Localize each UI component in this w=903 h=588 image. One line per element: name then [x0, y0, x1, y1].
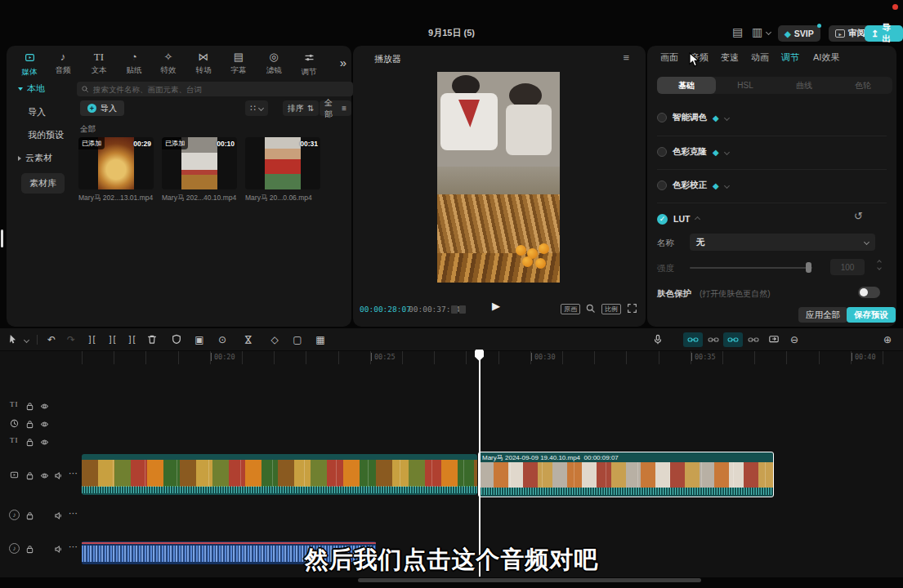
chevron-down-icon[interactable]: [724, 149, 730, 154]
more-tabs-icon[interactable]: »: [340, 56, 346, 69]
tab-effects[interactable]: ✧ 特效: [152, 51, 185, 75]
sidebar-item-my-presets[interactable]: 我的预设: [28, 129, 64, 141]
preview-zoom-icon[interactable]: [585, 303, 596, 314]
intensity-stepper[interactable]: [878, 261, 881, 270]
eye-icon[interactable]: [40, 402, 49, 411]
tab-ai-effects[interactable]: AI效果: [813, 51, 839, 64]
lut-name-select[interactable]: 无: [690, 234, 875, 251]
matting-icon[interactable]: ▦: [315, 334, 324, 345]
subtab-hsl[interactable]: HSL: [716, 77, 775, 94]
trim-right-icon[interactable]: ][: [127, 334, 136, 345]
select-tool-chevron-icon[interactable]: [24, 337, 29, 343]
tab-text[interactable]: TI 文本: [83, 51, 115, 75]
lock-icon[interactable]: [25, 420, 34, 429]
filter-all-button[interactable]: 全部 ≡: [320, 100, 351, 116]
chevron-up-icon[interactable]: [695, 216, 700, 221]
trim-left-icon[interactable]: ][: [108, 334, 116, 345]
eye-icon[interactable]: [40, 438, 49, 447]
redo-icon[interactable]: ↷: [67, 334, 75, 345]
sidebar-item-import[interactable]: 导入: [28, 106, 46, 118]
import-button[interactable]: + 导入: [80, 100, 124, 116]
chevron-down-icon[interactable]: [724, 182, 730, 188]
tab-speed[interactable]: 变速: [721, 51, 739, 64]
lock-icon[interactable]: [25, 438, 34, 447]
color-clone-toggle[interactable]: [657, 147, 667, 157]
play-button[interactable]: ▶: [492, 301, 500, 311]
subtab-color-wheel[interactable]: 色轮: [834, 77, 892, 94]
speaker-icon[interactable]: [54, 471, 63, 480]
media-item-2[interactable]: 已添加 00:10 Mary马 202...40.10.mp4: [162, 137, 237, 203]
reverse-play-icon[interactable]: ⊙: [218, 334, 226, 345]
speaker-icon[interactable]: [54, 511, 63, 520]
sidebar-item-cloud-assets[interactable]: 云素材: [18, 152, 52, 164]
zoom-out-icon[interactable]: ⊖: [790, 334, 798, 345]
lock-icon[interactable]: [25, 402, 34, 411]
reset-icon[interactable]: ↺: [854, 211, 863, 221]
sidebar-item-asset-library[interactable]: 素材库: [21, 173, 65, 194]
intensity-slider-knob[interactable]: [806, 262, 811, 273]
save-preset-button[interactable]: 保存预设: [847, 307, 896, 323]
timeline-ruler[interactable]: 00:20 00:25 00:30 00:35 00:40: [82, 351, 903, 364]
freeze-frame-icon[interactable]: [172, 334, 182, 345]
chevron-down-icon[interactable]: [724, 114, 730, 120]
smart-color-toggle[interactable]: [657, 113, 667, 122]
player-menu-icon[interactable]: ≡: [623, 52, 629, 63]
intensity-slider[interactable]: [690, 267, 812, 269]
tab-picture[interactable]: 画面: [660, 51, 678, 64]
ratio-button[interactable]: 比例: [601, 304, 621, 314]
export-button[interactable]: ↥ 导出: [865, 25, 903, 42]
horizontal-scrollbar[interactable]: [358, 578, 701, 582]
overlay-icon[interactable]: ▣: [194, 334, 203, 345]
frame-preview-icon[interactable]: [451, 305, 466, 314]
sidebar-item-local[interactable]: 本地: [18, 82, 45, 95]
tab-animation[interactable]: 动画: [751, 51, 769, 64]
tab-adjustment[interactable]: 调节: [781, 51, 799, 64]
eye-icon[interactable]: [40, 420, 49, 429]
view-mode-dropdown[interactable]: ∷: [245, 100, 268, 116]
undo-icon[interactable]: ↶: [47, 334, 56, 345]
mirror-icon[interactable]: ⋈: [243, 335, 254, 345]
media-item-1[interactable]: 已添加 00:29 Mary马 202...13.01.mp4: [78, 137, 154, 203]
delete-icon[interactable]: [147, 334, 158, 345]
main-track-magnet-toggle[interactable]: [683, 332, 703, 347]
fullscreen-icon[interactable]: [627, 303, 637, 314]
intensity-value[interactable]: 100: [830, 259, 865, 275]
subtab-curves[interactable]: 曲线: [775, 77, 834, 94]
auto-snap-toggle[interactable]: [704, 332, 723, 347]
linkage-toggle[interactable]: [723, 332, 743, 347]
cover-select-icon[interactable]: [769, 334, 780, 344]
apply-all-button[interactable]: 应用全部: [798, 307, 847, 323]
lut-checkbox[interactable]: ✓: [657, 214, 668, 225]
skin-protect-toggle[interactable]: [858, 287, 880, 298]
preview-axis-toggle[interactable]: [744, 332, 763, 347]
panel-resize-handle[interactable]: [1, 229, 3, 247]
subtab-basic[interactable]: 基础: [657, 77, 716, 94]
eye-icon[interactable]: [40, 471, 49, 480]
quality-button[interactable]: 原画: [561, 304, 580, 314]
tab-caption[interactable]: ▤ 字幕: [222, 51, 255, 75]
tab-adjust[interactable]: 调节: [293, 51, 325, 75]
media-item-3[interactable]: 00:31 Mary马 20...0.06.mp4: [245, 137, 320, 203]
select-tool-icon[interactable]: [8, 334, 19, 345]
sort-button[interactable]: 排序 ⇅: [283, 100, 319, 116]
fit-timeline-icon[interactable]: ⊕: [883, 334, 892, 345]
rotate-icon[interactable]: ◇: [270, 334, 278, 345]
tab-sticker[interactable]: ◔ 贴纸: [118, 51, 150, 75]
svip-button[interactable]: ◆ SVIP: [778, 25, 820, 42]
video-clip-1[interactable]: [82, 454, 477, 495]
lock-icon[interactable]: [25, 471, 34, 480]
search-input[interactable]: [77, 82, 353, 96]
split-icon[interactable]: ][: [87, 334, 96, 345]
video-clip-2-selected[interactable]: Mary马 2024-09-09 19.40.10.mp4 00:00:09:0…: [478, 452, 774, 497]
more-options-icon[interactable]: ⋯: [69, 509, 78, 518]
color-correction-toggle[interactable]: [657, 180, 667, 190]
tab-audio[interactable]: ♪ 音频: [47, 51, 79, 75]
tab-filter[interactable]: ◎ 滤镜: [257, 51, 290, 75]
record-voiceover-icon[interactable]: [653, 334, 664, 345]
playhead[interactable]: [479, 351, 481, 577]
crop-icon[interactable]: ▢: [293, 334, 302, 345]
tab-transition[interactable]: ⋈ 转场: [187, 51, 220, 75]
more-options-icon[interactable]: ⋯: [69, 469, 78, 478]
panel-layout-icon[interactable]: ▥: [752, 26, 762, 38]
tab-media[interactable]: 媒体: [13, 51, 46, 75]
